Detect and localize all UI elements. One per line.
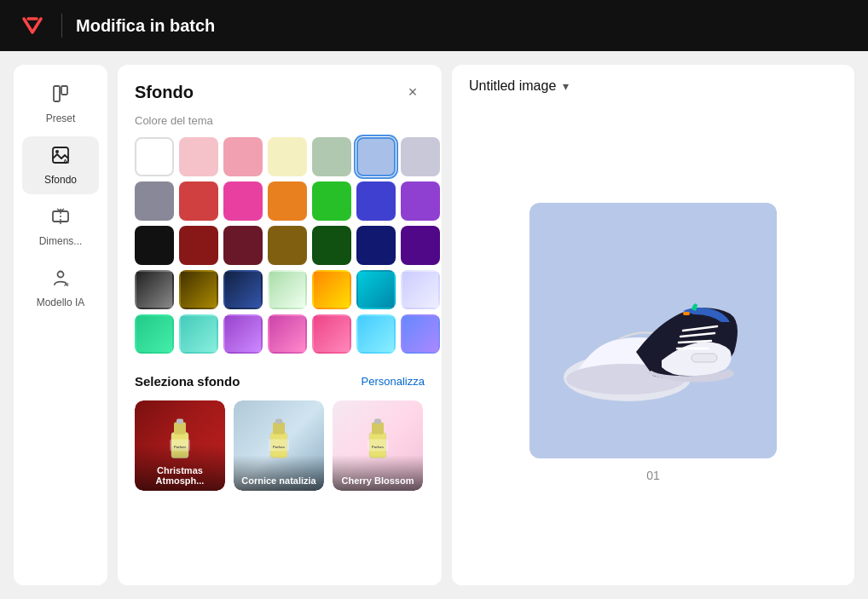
color-swatch-pink-medium[interactable] <box>223 137 263 176</box>
svg-rect-0 <box>17 10 48 41</box>
svg-rect-11 <box>174 423 186 435</box>
sfondo-section-title: Seleziona sfondo <box>135 374 240 389</box>
svg-rect-17 <box>275 419 282 424</box>
sfondo-thumb-label-winter: Cornice natalizia <box>234 455 324 491</box>
color-swatch-orange[interactable] <box>268 181 307 221</box>
sidebar-item-sfondo[interactable]: AI Sfondo <box>22 136 99 194</box>
modello-icon: AI <box>50 268 71 293</box>
personalizza-link[interactable]: Personalizza <box>362 375 425 388</box>
sfondo-thumb-winter[interactable]: Parfum Cornice natalizia <box>234 400 324 491</box>
color-swatch-blue-medium[interactable] <box>356 181 396 221</box>
left-sidebar: Preset AI Sfondo Dimens... <box>14 65 107 585</box>
color-swatch-blue-light[interactable] <box>356 137 396 176</box>
sfondo-section: Seleziona sfondo Personalizza Parfum Chr… <box>135 374 425 491</box>
right-panel: Untitled image ▾ <box>452 65 854 585</box>
topbar-divider <box>61 14 62 37</box>
color-swatch-dark-wine[interactable] <box>223 226 263 265</box>
color-swatch-red-medium[interactable] <box>179 181 218 221</box>
sidebar-item-sfondo-label: Sfondo <box>44 174 77 186</box>
color-swatch-dark-navy[interactable] <box>356 226 396 265</box>
sidebar-item-preset[interactable]: Preset <box>22 75 99 133</box>
sfondo-thumb-image-christmas: Parfum Christmas Atmosph... <box>135 400 225 491</box>
svg-rect-2 <box>61 86 67 95</box>
color-swatch-gray-medium[interactable] <box>135 181 174 221</box>
svg-text:Parfum: Parfum <box>273 445 285 449</box>
svg-point-4 <box>55 150 59 153</box>
panel-title: Sfondo <box>135 83 194 102</box>
color-swatch-grad-black-gold[interactable] <box>135 270 174 309</box>
close-button[interactable]: × <box>401 80 425 104</box>
color-swatch-grad-lavender[interactable] <box>401 270 440 309</box>
sfondo-icon: AI <box>50 145 71 170</box>
sfondo-thumb-christmas[interactable]: Parfum Christmas Atmosph... <box>135 400 225 491</box>
color-swatch-pink-hot[interactable] <box>223 181 263 221</box>
close-icon: × <box>408 84 418 101</box>
color-swatch-grad-green-teal[interactable] <box>135 314 174 354</box>
svg-text:AI: AI <box>63 158 69 164</box>
panel-header: Sfondo × <box>118 65 442 114</box>
color-swatch-grad-dark-gold2[interactable] <box>179 270 218 309</box>
preset-icon <box>50 84 71 109</box>
color-swatch-dark-gold[interactable] <box>268 226 307 265</box>
color-swatch-dark-green[interactable] <box>312 226 351 265</box>
color-swatch-green-light[interactable] <box>312 137 351 176</box>
color-swatch-dark-purple[interactable] <box>401 226 440 265</box>
dimensioni-icon <box>50 206 71 232</box>
color-section-label: Colore del tema <box>135 114 425 127</box>
sidebar-item-preset-label: Preset <box>46 112 76 124</box>
color-swatch-grad-pink-hot[interactable] <box>312 314 351 354</box>
app-logo <box>17 10 48 41</box>
svg-rect-12 <box>176 419 183 424</box>
sidebar-item-dimensioni[interactable]: Dimens... <box>22 198 99 256</box>
preview-number: 01 <box>646 469 660 482</box>
sfondo-thumb-cherry[interactable]: Parfum Cherry Blossom <box>333 400 423 491</box>
sidebar-item-dimensioni-label: Dimens... <box>39 235 83 247</box>
panel-body: Colore del tema Seleziona sfondo Persona… <box>118 114 442 585</box>
sneaker-svg <box>551 241 755 420</box>
color-swatch-purple-medium[interactable] <box>401 181 440 221</box>
color-swatch-black[interactable] <box>135 226 174 265</box>
color-swatch-grad-cyan-teal[interactable] <box>356 270 396 309</box>
sfondo-thumbnails: Parfum Christmas Atmosph... Parfum Corni… <box>135 400 425 491</box>
color-swatch-grad-navy-blue[interactable] <box>223 270 263 309</box>
color-swatch-grad-orange-yellow[interactable] <box>312 270 351 309</box>
svg-point-8 <box>58 272 64 278</box>
topbar: Modifica in batch <box>0 0 868 51</box>
sfondo-header: Seleziona sfondo Personalizza <box>135 374 425 389</box>
svg-rect-16 <box>273 423 285 435</box>
color-swatch-grad-cyan-blue[interactable] <box>356 314 396 354</box>
app-title: Modifica in batch <box>76 16 215 36</box>
svg-rect-1 <box>54 86 60 101</box>
color-swatch-grad-pink-purple[interactable] <box>268 314 307 354</box>
right-header: Untitled image ▾ <box>452 65 854 107</box>
sfondo-thumb-label-cherry: Cherry Blossom <box>333 455 423 491</box>
color-swatch-grad-green-light[interactable] <box>268 270 307 309</box>
sidebar-item-modello-label: Modello IA <box>37 297 85 308</box>
color-swatch-grad-teal-cyan[interactable] <box>179 314 218 354</box>
center-panel: Sfondo × Colore del tema Seleziona sfond… <box>118 65 442 585</box>
svg-text:Parfum: Parfum <box>372 445 384 449</box>
color-swatch-grad-purple-lavender[interactable] <box>223 314 263 354</box>
svg-text:AI: AI <box>64 282 69 287</box>
svg-rect-22 <box>374 419 381 424</box>
sfondo-thumb-image-cherry: Parfum Cherry Blossom <box>333 400 423 491</box>
sfondo-thumb-image-winter: Parfum Cornice natalizia <box>234 400 324 491</box>
sidebar-item-modello[interactable]: AI Modello IA <box>22 259 99 317</box>
preview-image <box>529 203 777 458</box>
svg-rect-21 <box>372 423 384 435</box>
color-swatch-gray-light[interactable] <box>401 137 440 176</box>
color-swatch-pink-light[interactable] <box>179 137 218 176</box>
preview-area: 01 <box>452 107 854 585</box>
preview-title: Untitled image <box>469 78 556 94</box>
color-grid <box>135 137 425 354</box>
svg-rect-27 <box>683 312 690 315</box>
sfondo-thumb-label-christmas: Christmas Atmosph... <box>135 445 225 491</box>
chevron-down-icon[interactable]: ▾ <box>563 79 569 93</box>
color-swatch-green-bright[interactable] <box>312 181 351 221</box>
color-swatch-white[interactable] <box>135 137 174 176</box>
main-layout: Preset AI Sfondo Dimens... <box>0 51 868 599</box>
color-swatch-grad-blue-purple[interactable] <box>401 314 440 354</box>
color-swatch-yellow-light[interactable] <box>268 137 307 176</box>
color-swatch-dark-red[interactable] <box>179 226 218 265</box>
svg-rect-28 <box>692 354 717 362</box>
